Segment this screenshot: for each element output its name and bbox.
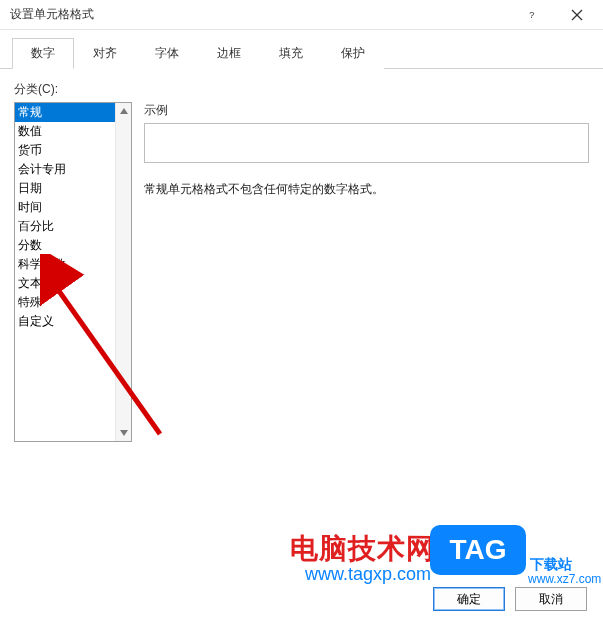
sample-label: 示例 [144, 102, 589, 119]
category-item-number[interactable]: 数值 [15, 122, 115, 141]
category-item-special[interactable]: 特殊 [15, 293, 115, 312]
category-item-custom[interactable]: 自定义 [15, 312, 115, 331]
listbox-scrollbar[interactable] [115, 103, 131, 441]
category-item-date[interactable]: 日期 [15, 179, 115, 198]
category-item-percentage[interactable]: 百分比 [15, 217, 115, 236]
svg-text:?: ? [529, 10, 534, 20]
tab-font[interactable]: 字体 [136, 38, 198, 69]
tab-alignment[interactable]: 对齐 [74, 38, 136, 69]
tab-protection[interactable]: 保护 [322, 38, 384, 69]
svg-marker-4 [120, 430, 128, 436]
category-item-currency[interactable]: 货币 [15, 141, 115, 160]
right-panel: 示例 常规单元格格式不包含任何特定的数字格式。 [144, 102, 589, 442]
main-row: 常规 数值 货币 会计专用 日期 时间 百分比 分数 科学记数 文本 特殊 自定… [14, 102, 589, 442]
dialog-body: 分类(C): 常规 数值 货币 会计专用 日期 时间 百分比 分数 科学记数 文… [0, 69, 603, 454]
watermark-url: www.tagxp.com [305, 564, 431, 585]
close-icon [571, 9, 583, 21]
watermark-site-name: 电脑技术网 [290, 530, 435, 568]
tab-fill[interactable]: 填充 [260, 38, 322, 69]
title-bar: 设置单元格格式 ? [0, 0, 603, 30]
help-button[interactable]: ? [511, 1, 555, 29]
ok-button[interactable]: 确定 [433, 587, 505, 611]
watermark-sub-url: www.xz7.com [528, 572, 601, 586]
category-item-accounting[interactable]: 会计专用 [15, 160, 115, 179]
watermark-tag-badge: TAG [430, 525, 526, 575]
format-description: 常规单元格格式不包含任何特定的数字格式。 [144, 181, 589, 198]
category-item-scientific[interactable]: 科学记数 [15, 255, 115, 274]
scroll-up-icon[interactable] [116, 103, 131, 119]
category-listbox-items: 常规 数值 货币 会计专用 日期 时间 百分比 分数 科学记数 文本 特殊 自定… [15, 103, 115, 441]
tab-number[interactable]: 数字 [12, 38, 74, 69]
window-title: 设置单元格格式 [10, 6, 511, 23]
category-listbox[interactable]: 常规 数值 货币 会计专用 日期 时间 百分比 分数 科学记数 文本 特殊 自定… [14, 102, 132, 442]
sample-box [144, 123, 589, 163]
category-label: 分类(C): [14, 81, 589, 98]
category-item-general[interactable]: 常规 [15, 103, 115, 122]
svg-marker-3 [120, 108, 128, 114]
tab-border[interactable]: 边框 [198, 38, 260, 69]
dialog-footer: 确定 取消 [433, 587, 587, 611]
close-button[interactable] [555, 1, 599, 29]
cancel-button[interactable]: 取消 [515, 587, 587, 611]
help-icon: ? [527, 9, 539, 21]
category-item-time[interactable]: 时间 [15, 198, 115, 217]
category-item-text[interactable]: 文本 [15, 274, 115, 293]
tab-bar: 数字 对齐 字体 边框 填充 保护 [0, 30, 603, 69]
scroll-down-icon[interactable] [116, 425, 131, 441]
category-item-fraction[interactable]: 分数 [15, 236, 115, 255]
